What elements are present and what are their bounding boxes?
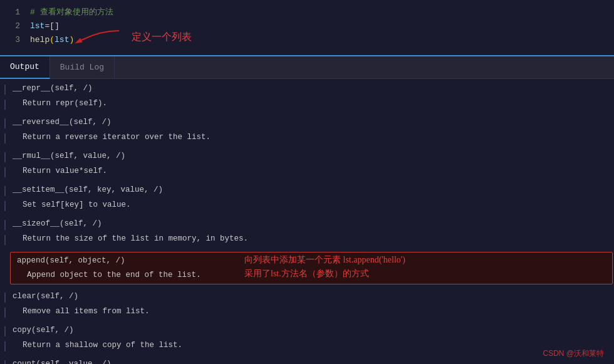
- output-line-sizeof-desc: Return the size of the list in memory, i…: [0, 232, 614, 247]
- output-line-copy-method: copy(self, /): [0, 323, 614, 338]
- rmul-desc: Return value*self.: [10, 165, 110, 178]
- group-clear: clear(self, /) Remove all items from lis…: [0, 289, 614, 320]
- group-append: append(self, object, /) Append object to…: [0, 252, 614, 284]
- code-content-1: # 查看对象使用的方法: [30, 6, 113, 18]
- copy-desc: Return a shallow copy of the list.: [10, 339, 185, 352]
- repr-method: __repr__(self, /): [10, 82, 95, 95]
- line-number-2: 2: [5, 21, 20, 31]
- tab-bar: Output Build Log: [0, 56, 614, 79]
- group-rmul: __rmul__(self, value, /) Return value*se…: [0, 149, 614, 179]
- append-desc: Append object to the end of the list.: [14, 269, 204, 282]
- append-annotation-line2: 采用了lst.方法名（参数）的方式: [244, 267, 405, 281]
- output-line-rmul-method: __rmul__(self, value, /): [0, 149, 614, 164]
- annotation-container: 定义一个列表: [75, 28, 192, 46]
- code-line-1: 1 # 查看对象使用的方法: [0, 5, 614, 19]
- group-repr: __repr__(self, /) Return repr(self).: [0, 81, 614, 112]
- tab-output[interactable]: Output: [0, 56, 50, 79]
- output-line-setitem-method: __setitem__(self, key, value, /): [0, 183, 614, 198]
- output-line-repr-desc: Return repr(self).: [0, 96, 614, 112]
- repr-desc: Return repr(self).: [10, 97, 110, 110]
- append-annotation: 向列表中添加某一个元素 lst.append('hello') 采用了lst.方…: [244, 253, 405, 281]
- line-number-1: 1: [5, 8, 20, 17]
- group-copy: copy(self, /) Return a shallow copy of t…: [0, 323, 614, 353]
- reversed-desc: Return a reverse iterator over the list.: [10, 131, 213, 144]
- output-line-count-method: count(self, value, /): [0, 357, 614, 365]
- clear-method: clear(self, /): [10, 290, 81, 303]
- code-editor: 1 # 查看对象使用的方法 2 lst=[] 3 help(lst) 定义一个列…: [0, 0, 614, 56]
- group-reversed: __reversed__(self, /) Return a reverse i…: [0, 115, 614, 145]
- rmul-method: __rmul__(self, value, /): [10, 150, 128, 163]
- output-line-clear-desc: Remove all items from list.: [0, 304, 614, 320]
- setitem-desc: Set self[key] to value.: [10, 199, 133, 212]
- append-method: append(self, object, /): [14, 254, 128, 268]
- output-line-clear-method: clear(self, /): [0, 289, 614, 304]
- sizeof-method: __sizeof__(self, /): [10, 217, 105, 231]
- copy-method: copy(self, /): [10, 324, 76, 337]
- output-line-reversed-desc: Return a reverse iterator over the list.: [0, 130, 614, 145]
- reversed-method: __reversed__(self, /): [10, 116, 114, 129]
- code-content-2: lst=[]: [30, 21, 60, 31]
- clear-desc: Remove all items from list.: [10, 305, 152, 318]
- output-line-copy-desc: Return a shallow copy of the list.: [0, 338, 614, 353]
- output-line-rmul-desc: Return value*self.: [0, 164, 614, 179]
- arrow-icon: [75, 28, 125, 46]
- output-panel[interactable]: __repr__(self, /) Return repr(self). __r…: [0, 79, 614, 364]
- count-method: count(self, value, /): [10, 358, 114, 365]
- output-line-reversed-method: __reversed__(self, /): [0, 115, 614, 130]
- code-content-3: help(lst): [30, 35, 74, 44]
- output-line-sizeof-method: __sizeof__(self, /): [0, 217, 614, 232]
- group-setitem: __setitem__(self, key, value, /) Set sel…: [0, 183, 614, 213]
- sizeof-desc: Return the size of the list in memory, i…: [10, 232, 251, 246]
- output-line-repr-method: __repr__(self, /): [0, 81, 614, 96]
- output-line-setitem-desc: Set self[key] to value.: [0, 198, 614, 213]
- line-number-3: 3: [5, 35, 20, 44]
- tab-buildlog[interactable]: Build Log: [50, 56, 115, 79]
- annotation-text: 定义一个列表: [132, 31, 192, 44]
- setitem-method: __setitem__(self, key, value, /): [10, 184, 165, 197]
- append-annotation-line1: 向列表中添加某一个元素 lst.append('hello'): [244, 253, 405, 267]
- group-sizeof: __sizeof__(self, /) Return the size of t…: [0, 217, 614, 247]
- group-count: count(self, value, /): [0, 357, 614, 365]
- watermark: CSDN @沃和莱特: [543, 348, 604, 359]
